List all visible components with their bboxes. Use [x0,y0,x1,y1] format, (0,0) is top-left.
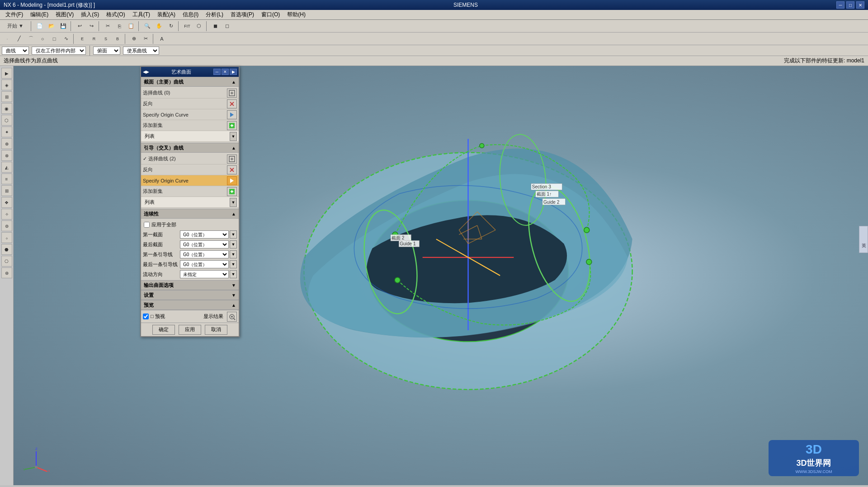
arc-btn[interactable]: ⌒ [25,34,36,44]
dialog-close[interactable]: ✕ [222,69,229,75]
section-output-header[interactable]: 输出曲面选项 ▼ [141,280,239,290]
new-btn[interactable]: 📄 [34,21,45,31]
maximize-button[interactable]: □ [846,1,854,9]
sidebar-icon-11[interactable]: ⊞ [1,185,12,196]
select-curve-main-btn[interactable] [227,89,237,98]
sidebar-icon-2[interactable]: ◈ [1,80,12,90]
specify-origin-guide-btn[interactable] [227,176,237,185]
apply-button[interactable]: 应用 [179,325,201,335]
sidebar-icon-5[interactable]: ⬡ [1,115,12,126]
offset-btn[interactable]: ⊕ [128,34,139,44]
sidebar-icon-3[interactable]: ⊞ [1,91,12,102]
menu-help[interactable]: 帮助(H) [283,10,309,19]
preview-checkbox[interactable] [143,314,149,319]
section-continuity-header[interactable]: 连续性 ▲ [141,209,239,219]
sidebar-icon-6[interactable]: ✦ [1,126,12,137]
menu-assembly[interactable]: 装配(A) [154,10,179,19]
section-guide-header[interactable]: 引导（交叉）曲线 ▲ [141,143,239,153]
reverse-main-btn[interactable] [227,99,237,108]
select-curve-guide-btn[interactable] [227,155,237,164]
first-guide-arrow[interactable]: ▼ [230,250,237,258]
view3d-btn[interactable]: ⬡ [193,21,204,31]
save-btn[interactable]: 💾 [58,21,69,31]
point-btn[interactable]: · [2,34,13,44]
trim-btn[interactable]: ✂ [140,34,151,44]
paste-btn[interactable]: 📋 [126,21,137,31]
cancel-button[interactable]: 取消 [205,325,227,335]
reverse-guide-btn[interactable] [227,165,237,174]
extrude-btn[interactable]: E [77,34,88,44]
first-section-select[interactable]: G0（位置） [180,230,229,239]
menu-analysis[interactable]: 分析(L) [202,10,227,19]
shade-btn[interactable]: ◼ [210,21,221,31]
sidebar-icon-15[interactable]: ⬦ [1,232,12,243]
dialog-expand[interactable]: ▶ [230,69,237,75]
zoom-btn[interactable]: 🔍 [142,21,153,31]
rotate-btn[interactable]: ↻ [165,21,176,31]
section-preview-header[interactable]: 预览 ▲ [141,300,239,310]
sidebar-icon-18[interactable]: ⊛ [1,267,12,278]
filter-select[interactable]: 仅在工作部件内部▼ [32,47,86,55]
open-btn[interactable]: 📂 [46,21,57,31]
menu-edit[interactable]: 编辑(E) [27,10,52,19]
sidebar-icon-9[interactable]: ◭ [1,162,12,173]
display-select[interactable]: 使系曲线 [123,47,159,55]
section-main-header[interactable]: 截面（主要）曲线 ▲ [141,77,239,87]
sidebar-icon-7[interactable]: ⊕ [1,138,12,149]
add-set-main-btn[interactable] [227,121,237,130]
menu-file[interactable]: 文件(F) [2,10,27,19]
last-guide-arrow[interactable]: ▼ [230,260,237,268]
close-button[interactable]: ✕ [856,1,864,9]
undo-btn[interactable]: ↩ [74,21,85,31]
first-section-arrow[interactable]: ▼ [230,230,237,239]
sidebar-icon-4[interactable]: ◉ [1,103,12,114]
mini-side-icon[interactable]: 英 [859,226,868,253]
dialog-minimize[interactable]: ─ [213,69,221,75]
sidebar-icon-14[interactable]: ⊚ [1,220,12,231]
revolve-btn[interactable]: R [89,34,99,44]
layer-select[interactable]: 曲线 [2,47,29,55]
first-guide-select[interactable]: G0（位置） [180,250,229,258]
minimize-button[interactable]: ─ [836,1,844,9]
pan-btn[interactable]: ✋ [154,21,165,31]
sidebar-icon-1[interactable]: ▶ [1,68,12,79]
flow-dir-select[interactable]: 未指定 [180,270,229,278]
sidebar-icon-17[interactable]: ⎔ [1,256,12,267]
add-set-guide-btn[interactable] [227,187,237,196]
menu-info[interactable]: 信息(I) [179,10,202,19]
circle-btn[interactable]: ○ [37,34,48,44]
last-section-select[interactable]: G0（位置） [180,240,229,248]
flow-dir-arrow[interactable]: ▼ [230,270,237,278]
apply-all-checkbox[interactable] [144,222,150,228]
list-guide-dropdown[interactable]: ▼ [230,198,237,207]
text-btn[interactable]: A [156,34,167,44]
fit-btn[interactable]: FIT [182,21,193,31]
specify-origin-main-btn[interactable] [227,110,237,119]
list-main-dropdown[interactable]: ▼ [230,132,237,141]
sidebar-icon-8[interactable]: ⊗ [1,150,12,161]
sidebar-icon-13[interactable]: ✧ [1,209,12,220]
last-guide-select[interactable]: G0（位置） [180,260,229,268]
rect-btn[interactable]: □ [49,34,60,44]
sweep-btn[interactable]: S [100,34,111,44]
copy-btn[interactable]: ⎘ [114,21,125,31]
show-result-btn[interactable] [227,312,237,322]
wire-btn[interactable]: ◻ [222,21,232,31]
menu-format[interactable]: 格式(O) [103,10,128,19]
sidebar-icon-12[interactable]: ❖ [1,197,12,208]
menu-preferences[interactable]: 首选项(P) [227,10,258,19]
menu-window[interactable]: 窗口(O) [258,10,283,19]
spline-btn[interactable]: ∿ [61,34,71,44]
sidebar-icon-10[interactable]: ≡ [1,173,12,184]
menu-insert[interactable]: 插入(S) [77,10,103,19]
ok-button[interactable]: 确定 [152,325,175,335]
sidebar-icon-16[interactable]: ⬣ [1,244,12,255]
line-btn[interactable]: ╱ [14,34,24,44]
menu-view[interactable]: 视图(V) [52,10,77,19]
blend-btn[interactable]: B [112,34,123,44]
start-button[interactable]: 开始 ▼ [2,21,29,31]
cut-btn[interactable]: ✂ [102,21,113,31]
menu-tools[interactable]: 工具(T) [129,10,154,19]
section-settings-header[interactable]: 设置 ▼ [141,290,239,300]
view-select[interactable]: 俯面 [93,47,120,55]
